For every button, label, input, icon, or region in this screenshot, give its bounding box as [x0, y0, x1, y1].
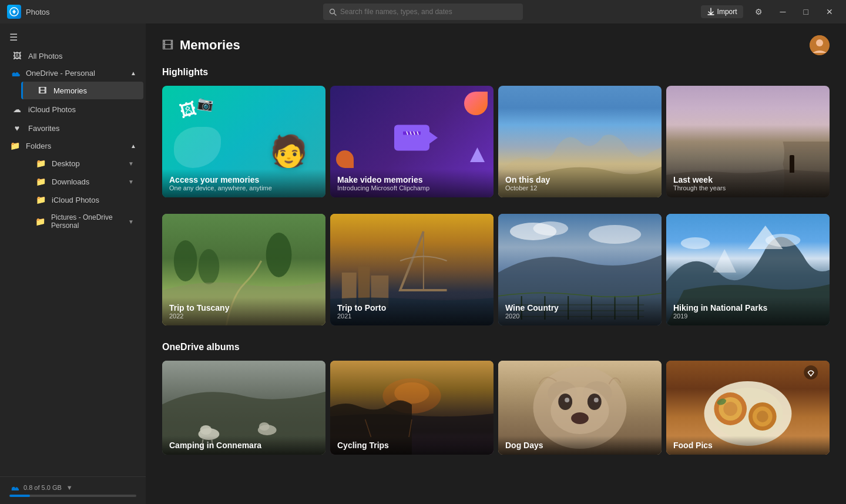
- album-card-dog[interactable]: Dog Days: [498, 361, 662, 455]
- app-body: ☰ 🖼 All Photos OneDrive - Personal ▲ 🎞 M…: [0, 23, 846, 504]
- card-title: Hiking in National Parks: [673, 303, 822, 313]
- sidebar-item-icloud-folder[interactable]: 📁 iCloud Photos: [21, 191, 143, 209]
- card-subtitle: One any device, anywhere, anytime: [169, 184, 318, 191]
- card-content: On this day October 12: [498, 169, 662, 197]
- svg-point-14: [266, 233, 292, 277]
- svg-point-4: [816, 39, 823, 46]
- svg-point-51: [565, 398, 569, 402]
- sidebar-item-icloud[interactable]: ☁ iCloud Photos: [2, 100, 143, 118]
- sidebar-item-all-photos[interactable]: 🖼 All Photos: [2, 47, 143, 65]
- minimize-button[interactable]: ─: [774, 5, 792, 19]
- album-card-food[interactable]: Food Pics: [666, 361, 830, 455]
- svg-point-13: [199, 249, 220, 284]
- folder-section-icon: 📁: [9, 141, 20, 150]
- settings-button[interactable]: ⚙: [749, 5, 768, 19]
- memory-card-tuscany[interactable]: Trip to Tuscany 2022: [162, 214, 325, 325]
- search-bar[interactable]: [323, 4, 523, 20]
- svg-point-64: [804, 365, 818, 379]
- chevron-up-icon: ▲: [130, 70, 136, 76]
- sidebar-item-favorites[interactable]: ♥ Favorites: [2, 119, 143, 137]
- album-card-connemara[interactable]: Camping in Connemara: [162, 361, 325, 455]
- onedrive-storage-icon: [9, 485, 19, 491]
- card-content: Food Pics: [666, 436, 830, 455]
- page-title: Memories: [180, 38, 240, 53]
- card-title: Last week: [673, 175, 822, 184]
- highlight-card-access-memories[interactable]: 🧑 🖼 📷 Access your memories One any devic…: [162, 86, 325, 197]
- svg-point-62: [757, 411, 768, 422]
- clapboard-icon: [394, 125, 429, 150]
- card-content: Cycling Trips: [330, 436, 494, 455]
- storage-dropdown[interactable]: ▼: [66, 484, 73, 491]
- main-content: 🎞 Memories Highlights 🧑 🖼 📷 Access your …: [146, 23, 846, 504]
- highlight-card-video-memories[interactable]: Make video memories Introducing Microsof…: [330, 86, 494, 197]
- memories-grid: Trip to Tuscany 2022: [162, 214, 830, 325]
- import-icon: [707, 8, 715, 16]
- memory-card-wine-country[interactable]: Wine Country 2020: [498, 214, 662, 325]
- sidebar: ☰ 🖼 All Photos OneDrive - Personal ▲ 🎞 M…: [0, 23, 146, 504]
- svg-point-59: [723, 402, 737, 416]
- downloads-chevron: ▼: [128, 179, 134, 185]
- pictures-folder-icon: 📁: [35, 217, 45, 226]
- icloud-folder-icon: 📁: [35, 195, 46, 204]
- card-content: Dog Days: [498, 436, 662, 455]
- svg-point-48: [550, 387, 609, 434]
- card-content: Trip to Tuscany 2022: [162, 297, 325, 325]
- svg-point-34: [200, 425, 212, 435]
- album-card-cycling[interactable]: Cycling Trips: [330, 361, 494, 455]
- search-input[interactable]: [340, 8, 517, 16]
- downloads-folder-icon: 📁: [35, 177, 46, 186]
- shape-orange: [336, 150, 354, 168]
- heart-icon: ♥: [12, 123, 22, 133]
- svg-point-22: [589, 225, 641, 244]
- import-button[interactable]: Import: [701, 5, 743, 18]
- memory-card-porto[interactable]: Trip to Porto 2021: [330, 214, 494, 325]
- sidebar-item-memories[interactable]: 🎞 Memories: [21, 82, 143, 99]
- user-avatar[interactable]: [810, 35, 830, 55]
- desktop-chevron: ▼: [128, 160, 134, 167]
- highlight-card-last-week[interactable]: Last week Through the years: [666, 86, 830, 197]
- card-subtitle: Introducing Microsoft Clipchamp: [337, 184, 486, 191]
- card-title: Dog Days: [505, 441, 654, 450]
- storage-fill: [9, 495, 30, 497]
- photo2-illustration: 📷: [196, 95, 214, 113]
- svg-point-21: [533, 221, 569, 236]
- albums-grid: Camping in Connemara: [162, 361, 830, 455]
- svg-point-50: [588, 394, 602, 410]
- memories-icon: 🎞: [37, 86, 48, 95]
- svg-line-2: [334, 13, 337, 15]
- sidebar-section-onedrive[interactable]: OneDrive - Personal ▲: [0, 65, 146, 81]
- svg-point-38: [259, 422, 270, 431]
- hamburger-button[interactable]: ☰: [0, 28, 146, 46]
- card-title: Wine Country: [505, 303, 654, 313]
- card-content: Trip to Porto 2021: [330, 297, 494, 325]
- person-illustration: 🧑: [270, 133, 308, 169]
- page-title-row: 🎞 Memories: [162, 38, 240, 53]
- desktop-folder-icon: 📁: [35, 159, 46, 168]
- sidebar-item-downloads[interactable]: 📁 Downloads ▼: [21, 173, 143, 190]
- maximize-button[interactable]: □: [798, 5, 814, 19]
- card-year: 2020: [505, 313, 654, 320]
- svg-point-52: [594, 398, 599, 402]
- card-content: Hiking in National Parks 2019: [666, 297, 830, 325]
- highlight-card-on-this-day[interactable]: On this day October 12: [498, 86, 662, 197]
- storage-info: 0.8 of 5.0 GB ▼: [9, 484, 136, 491]
- pictures-chevron: ▼: [128, 219, 134, 225]
- card-subtitle: October 12: [505, 184, 654, 191]
- sidebar-item-desktop[interactable]: 📁 Desktop ▼: [21, 154, 143, 172]
- app-title: Photos: [26, 8, 49, 16]
- icloud-icon: ☁: [12, 105, 22, 114]
- highlights-heading: Highlights: [162, 67, 830, 78]
- card-title: Trip to Tuscany: [169, 303, 318, 313]
- sidebar-item-pictures[interactable]: 📁 Pictures - OneDrive Personal ▼: [21, 209, 143, 234]
- card-title: Make video memories: [337, 175, 486, 184]
- titlebar-actions: Import ⚙ ─ □ ✕: [701, 5, 839, 19]
- close-button[interactable]: ✕: [820, 5, 839, 19]
- card-title: Cycling Trips: [337, 441, 486, 450]
- card-content: Last week Through the years: [666, 169, 830, 197]
- all-photos-icon: 🖼: [12, 51, 22, 61]
- onedrive-albums-heading: OneDrive albums: [162, 342, 830, 352]
- sidebar-section-folders[interactable]: 📁 Folders ▲: [0, 137, 146, 154]
- card-year: 2019: [673, 313, 822, 320]
- app-logo: [7, 5, 21, 19]
- memory-card-hiking[interactable]: Hiking in National Parks 2019: [666, 214, 830, 325]
